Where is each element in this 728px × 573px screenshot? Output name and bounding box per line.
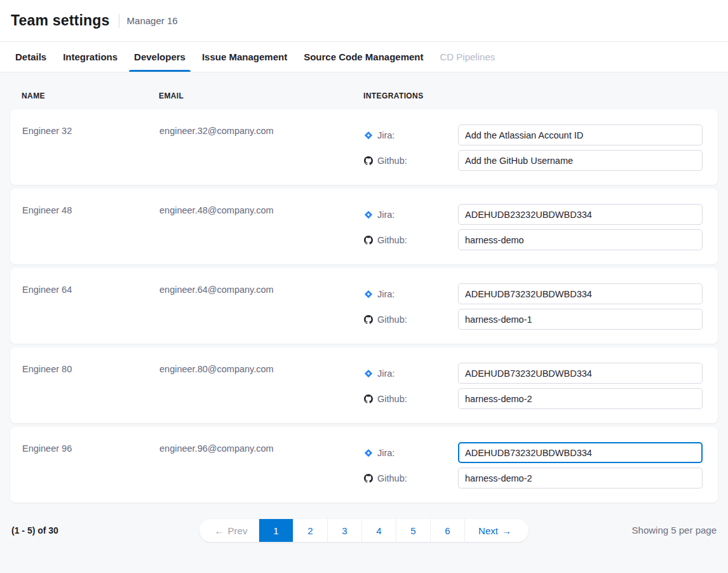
developer-email: engineer.32@company.com bbox=[159, 125, 364, 171]
developer-name: Engineer 48 bbox=[22, 204, 159, 250]
github-label: Github: bbox=[364, 156, 458, 166]
page-button-4[interactable]: 4 bbox=[362, 519, 396, 542]
jira-icon bbox=[364, 131, 373, 140]
jira-icon bbox=[364, 210, 373, 219]
jira-account-input[interactable] bbox=[458, 363, 703, 384]
column-header-name: NAME bbox=[22, 91, 159, 100]
page-button-6[interactable]: 6 bbox=[431, 519, 465, 542]
github-label: Github: bbox=[364, 473, 458, 483]
tab-issue-management[interactable]: Issue Management bbox=[202, 42, 287, 72]
column-header-email: EMAIL bbox=[159, 91, 363, 100]
column-header-integrations: INTEGRATIONS bbox=[363, 91, 718, 100]
developer-name: Engineer 80 bbox=[22, 363, 159, 409]
github-username-input[interactable] bbox=[458, 309, 703, 330]
page-header: Team settings Manager 16 bbox=[0, 0, 728, 42]
table-row: Engineer 32 engineer.32@company.com Jira… bbox=[10, 109, 718, 185]
table-row: Engineer 48 engineer.48@company.com Jira… bbox=[10, 189, 718, 264]
jira-account-input-focused[interactable] bbox=[458, 442, 703, 463]
developer-name: Engineer 96 bbox=[22, 442, 159, 489]
tab-source-code-management[interactable]: Source Code Management bbox=[304, 42, 423, 72]
github-username-input[interactable] bbox=[458, 388, 703, 409]
tab-cd-pipelines: CD Pipelines bbox=[440, 42, 495, 72]
table-header-row: NAME EMAIL INTEGRATIONS bbox=[10, 72, 718, 109]
page-button-3[interactable]: 3 bbox=[328, 519, 362, 542]
developer-email: engineer.48@company.com bbox=[159, 204, 364, 250]
pagination-controls: ← Prev 1 2 3 4 5 6 Next → bbox=[199, 519, 529, 542]
github-username-input[interactable] bbox=[458, 229, 703, 250]
developer-email: engineer.64@company.com bbox=[159, 283, 364, 330]
pagination-bar: (1 - 5) of 30 ← Prev 1 2 3 4 5 6 Next → … bbox=[10, 519, 718, 565]
github-label: Github: bbox=[364, 394, 458, 404]
page-title: Team settings bbox=[11, 12, 110, 29]
page-subtitle: Manager 16 bbox=[127, 15, 178, 26]
jira-label: Jira: bbox=[364, 448, 458, 458]
developer-email: engineer.96@company.com bbox=[159, 442, 364, 489]
page-button-2[interactable]: 2 bbox=[293, 519, 328, 542]
table-row: Engineer 80 engineer.80@company.com Jira… bbox=[10, 347, 718, 423]
jira-label: Jira: bbox=[364, 368, 458, 379]
github-label: Github: bbox=[364, 314, 458, 325]
jira-label: Jira: bbox=[364, 289, 458, 299]
jira-icon bbox=[364, 448, 373, 457]
jira-label: Jira: bbox=[364, 210, 458, 220]
developer-name: Engineer 64 bbox=[22, 283, 159, 330]
jira-account-input[interactable] bbox=[458, 283, 703, 304]
tab-developers[interactable]: Developers bbox=[134, 42, 185, 72]
jira-icon bbox=[364, 290, 373, 299]
developer-name: Engineer 32 bbox=[22, 125, 159, 171]
github-icon bbox=[364, 474, 373, 483]
page-button-1[interactable]: 1 bbox=[259, 519, 293, 542]
github-icon bbox=[364, 394, 373, 403]
github-label: Github: bbox=[364, 235, 458, 245]
github-icon bbox=[364, 156, 373, 165]
per-page-text: Showing 5 per page bbox=[632, 525, 717, 536]
github-username-input[interactable] bbox=[458, 468, 703, 489]
jira-account-input[interactable] bbox=[458, 125, 703, 145]
github-icon bbox=[364, 236, 373, 245]
prev-page-button[interactable]: ← Prev bbox=[199, 519, 259, 542]
table-row: Engineer 96 engineer.96@company.com Jira… bbox=[10, 427, 718, 502]
developer-email: engineer.80@company.com bbox=[159, 363, 364, 409]
title-divider bbox=[119, 14, 119, 28]
next-page-button[interactable]: Next → bbox=[465, 519, 529, 542]
tab-integrations[interactable]: Integrations bbox=[63, 42, 118, 72]
jira-account-input[interactable] bbox=[458, 204, 703, 225]
page-button-5[interactable]: 5 bbox=[396, 519, 431, 542]
tab-details[interactable]: Details bbox=[15, 42, 46, 72]
github-icon bbox=[364, 315, 373, 324]
jira-label: Jira: bbox=[364, 130, 458, 140]
tab-bar: Details Integrations Developers Issue Ma… bbox=[0, 42, 728, 72]
right-arrow-icon: → bbox=[502, 525, 511, 536]
jira-icon bbox=[364, 369, 373, 378]
developers-table: NAME EMAIL INTEGRATIONS Engineer 32 engi… bbox=[0, 72, 728, 573]
table-row: Engineer 64 engineer.64@company.com Jira… bbox=[10, 268, 718, 344]
github-username-input[interactable] bbox=[458, 150, 703, 171]
left-arrow-icon: ← bbox=[215, 525, 224, 536]
pagination-range-text: (1 - 5) of 30 bbox=[11, 525, 58, 536]
